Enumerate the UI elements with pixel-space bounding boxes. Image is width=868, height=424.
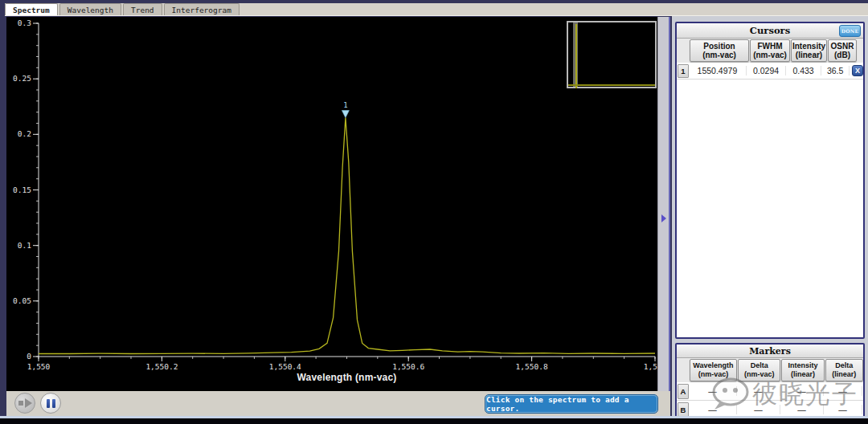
x-axis-title: Wavelength (nm-vac): [39, 372, 655, 383]
tab-wavelength[interactable]: Wavelength: [59, 3, 121, 15]
add-cursor-hint: Click on the spectrum to add a cursor.: [485, 395, 657, 413]
cursors-panel-title: Cursors DONE: [677, 23, 863, 39]
marker-a-delta-nm: —: [737, 386, 780, 396]
splitter-expand-icon[interactable]: [661, 214, 666, 222]
tab-bar: Spectrum Wavelength Trend Interferogram: [5, 3, 868, 16]
markers-panel-title: Markers: [677, 344, 863, 358]
cursors-done-button[interactable]: DONE: [839, 25, 861, 37]
cursors-header-corner: [678, 39, 689, 62]
cursor-row-number: 1: [678, 64, 689, 78]
markers-header-delta-linear[interactable]: Delta(linear): [825, 359, 863, 381]
svg-text:1: 1: [343, 101, 347, 109]
cursors-header-osnr[interactable]: OSNR(dB): [828, 39, 857, 62]
tab-spectrum[interactable]: Spectrum: [5, 3, 58, 15]
svg-text:1,550.4: 1,550.4: [269, 362, 301, 371]
markers-table-header: Wavelength(nm-vac) Delta(nm-vac) Intensi…: [677, 358, 863, 382]
cursors-panel: Cursors DONE Position(nm-vac) FWHM(nm-va…: [675, 22, 865, 339]
cursor-row-1: 1 1550.4979 0.0294 0.433 36.5 X: [677, 63, 863, 80]
marker-b-delta-nm: —: [737, 405, 780, 414]
markers-header-wavelength[interactable]: Wavelength(nm-vac): [690, 359, 737, 381]
marker-a-delta-linear: —: [824, 386, 862, 396]
svg-text:0.05: 0.05: [13, 296, 31, 305]
svg-text:0.2: 0.2: [18, 129, 31, 138]
cursor-fwhm-value: 0.0294: [747, 66, 786, 75]
svg-text:0.25: 0.25: [13, 74, 31, 83]
cursors-header-intensity[interactable]: Intensity(linear): [791, 39, 827, 62]
spectrum-analyzer-window: Spectrum Wavelength Trend Interferogram …: [0, 0, 868, 424]
markers-header-delta-nm[interactable]: Delta(nm-vac): [738, 359, 780, 381]
minimap-baseline: [568, 84, 655, 86]
marker-b-label: B: [678, 402, 689, 418]
step-arrow-icon: [18, 401, 23, 406]
pause-button[interactable]: [40, 393, 61, 414]
svg-text:0.15: 0.15: [13, 186, 31, 194]
marker-a-intensity: —: [780, 386, 824, 396]
svg-text:1,550.6: 1,550.6: [392, 362, 424, 371]
right-panel: Cursors DONE Position(nm-vac) FWHM(nm-va…: [672, 16, 868, 418]
pause-icon: [47, 399, 50, 408]
bottom-toolbar: Click on the spectrum to add a cursor.: [6, 391, 670, 416]
svg-text:0.3: 0.3: [18, 18, 31, 27]
svg-text:1,550.8: 1,550.8: [516, 362, 548, 371]
marker-b-intensity: —: [780, 405, 824, 414]
overview-minimap[interactable]: [567, 21, 657, 88]
marker-a-label: A: [678, 384, 689, 399]
single-acquire-button[interactable]: [14, 393, 35, 414]
tab-trend[interactable]: Trend: [123, 3, 162, 15]
cursors-table-header: Position(nm-vac) FWHM(nm-vac) Intensity(…: [677, 39, 863, 63]
marker-a-wavelength: —: [689, 386, 737, 396]
bottom-black-strip: [0, 418, 868, 424]
spectrum-plot[interactable]: 00.050.10.150.20.250.31,5501,550.21,550.…: [6, 17, 657, 391]
cursor-position-value: 1550.4979: [689, 66, 747, 75]
marker-row-a: A — — — —: [677, 382, 863, 401]
cursors-title-text: Cursors: [750, 25, 790, 36]
svg-text:1,550.2: 1,550.2: [145, 362, 178, 371]
cursor-osnr-value: 36.5: [821, 66, 850, 75]
cursors-header-position[interactable]: Position(nm-vac): [690, 39, 749, 62]
cursor-delete-button[interactable]: X: [852, 65, 863, 76]
tab-interferogram[interactable]: Interferogram: [164, 3, 240, 15]
minimap-peak-line: [575, 24, 577, 88]
marker-b-delta-linear: —: [824, 405, 862, 414]
spectrum-chart-svg: 00.050.10.150.20.250.31,5501,550.21,550.…: [6, 17, 657, 391]
marker-b-wavelength: —: [689, 405, 737, 414]
markers-title-text: Markers: [749, 346, 791, 357]
markers-header-corner: [678, 359, 689, 381]
markers-header-intensity[interactable]: Intensity(linear): [781, 359, 824, 381]
markers-panel: Markers Wavelength(nm-vac) Delta(nm-vac)…: [675, 343, 865, 418]
svg-text:0: 0: [27, 352, 31, 361]
cursor-intensity-value: 0.433: [786, 66, 821, 75]
panel-splitter[interactable]: [657, 17, 670, 392]
svg-text:1,550: 1,550: [27, 362, 51, 371]
cursors-header-fwhm[interactable]: FWHM(nm-vac): [750, 39, 790, 62]
svg-text:0.1: 0.1: [18, 241, 31, 250]
